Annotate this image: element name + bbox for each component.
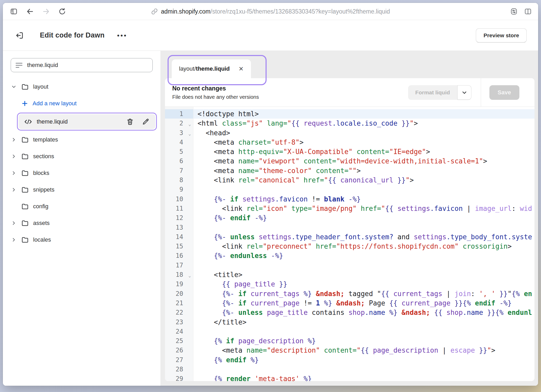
browser-toolbar: admin.shopify.com/store/rzq1xu-f5/themes…	[3, 3, 538, 20]
line-number: 17	[165, 261, 193, 270]
tab-bar: layout/theme.liquid ✕	[161, 51, 538, 78]
reload-icon[interactable]	[58, 7, 66, 16]
code-editor[interactable]: 12⌄3⌄456789101112131415161718⌄1920212223…	[165, 107, 534, 381]
line-number: 22	[165, 308, 193, 317]
item-label: templates	[33, 136, 58, 143]
line-number: 27	[165, 355, 193, 365]
folder-icon	[21, 219, 29, 227]
tab-theme-liquid[interactable]: layout/theme.liquid ✕	[172, 59, 251, 78]
sidebar-item-config[interactable]: config	[11, 198, 157, 215]
trash-icon[interactable]	[126, 118, 134, 126]
code-line[interactable]: <link rel="icon" type="image/png" href="…	[193, 204, 534, 213]
code-line[interactable]: <meta name="viewport" content="width=dev…	[193, 156, 534, 166]
exit-editor-icon[interactable]	[14, 30, 25, 41]
line-number: 5	[165, 147, 193, 156]
code-line[interactable]: <meta name="theme-color" content="">	[193, 166, 534, 175]
format-liquid-button[interactable]: Format liquid	[408, 85, 457, 100]
chevron-right-icon[interactable]	[11, 137, 17, 143]
line-number: 15	[165, 242, 193, 251]
folder-icon	[21, 236, 29, 244]
code-line[interactable]: {%- if current_tags %} &ndash; tagged "{…	[193, 289, 534, 298]
sidebar-item-layout[interactable]: layout	[11, 78, 157, 95]
code-line[interactable]	[193, 223, 534, 232]
link-icon	[151, 8, 158, 15]
code-line[interactable]: {%- if current_page != 1 %} &ndash; Page…	[193, 298, 534, 308]
sidebar-item-templates[interactable]: templates	[11, 131, 157, 148]
line-number: 20	[165, 289, 193, 298]
split-view-icon[interactable]	[524, 8, 532, 15]
address-bar[interactable]: admin.shopify.com/store/rzq1xu-f5/themes…	[151, 3, 390, 20]
code-line[interactable]: {% if page_description %}	[193, 336, 534, 346]
sidebar-item-snippets[interactable]: snippets	[11, 181, 157, 198]
desktop-background: admin.shopify.com/store/rzq1xu-f5/themes…	[0, 0, 541, 392]
code-line[interactable]: <!doctype html>	[193, 109, 534, 119]
code-line[interactable]: {%- unless page_title contains shop.name…	[193, 308, 534, 317]
forward-icon[interactable]	[42, 7, 50, 16]
fold-toggle-icon[interactable]: ⌄	[188, 129, 191, 138]
code-line[interactable]: {%- endif -%}	[193, 213, 534, 223]
file-search-box[interactable]	[11, 58, 153, 72]
line-number: 26	[165, 346, 193, 355]
save-button[interactable]: Save	[489, 85, 519, 100]
search-input[interactable]	[27, 62, 148, 69]
line-number: 3⌄	[165, 128, 193, 138]
fold-toggle-icon[interactable]: ⌄	[188, 271, 191, 280]
code-line[interactable]: <meta http-equiv="X-UA-Compatible" conte…	[193, 147, 534, 156]
sidebar-item-assets[interactable]: assets	[11, 215, 157, 231]
more-actions-button[interactable]: •••	[117, 34, 127, 37]
chevron-down-icon[interactable]	[11, 84, 17, 90]
item-label: config	[33, 203, 48, 210]
code-panel: No recent changes File does not have any…	[165, 78, 534, 381]
chevron-right-icon[interactable]	[11, 237, 17, 243]
code-line[interactable]: {% endif %}	[193, 355, 534, 365]
code-content[interactable]: <!doctype html><html class="js" lang="{{…	[193, 107, 534, 381]
code-line[interactable]	[193, 261, 534, 270]
chevron-right-icon[interactable]	[11, 187, 17, 193]
code-line[interactable]	[193, 365, 534, 374]
line-number: 13	[165, 223, 193, 232]
code-line[interactable]: <head>	[193, 128, 534, 138]
sidebar-item-theme.liquid[interactable]: theme.liquid	[19, 114, 155, 129]
line-number: 6	[165, 156, 193, 166]
code-line[interactable]: {%- unless settings.type_header_font.sys…	[193, 232, 534, 242]
folder-icon	[21, 152, 29, 160]
sidebar-item-locales[interactable]: locales	[11, 231, 157, 248]
code-line[interactable]	[193, 327, 534, 336]
item-label: layout	[33, 83, 48, 90]
chevron-right-icon[interactable]	[11, 153, 17, 160]
code-line[interactable]: {%- endunless -%}	[193, 251, 534, 260]
code-line[interactable]: <meta name="description" content="{{ pag…	[193, 346, 534, 355]
sidebar-item-blocks[interactable]: blocks	[11, 165, 157, 181]
format-options-dropdown[interactable]	[457, 85, 471, 100]
chevron-right-icon[interactable]	[11, 170, 17, 176]
code-line[interactable]	[193, 185, 534, 194]
preview-store-button[interactable]: Preview store	[476, 28, 527, 42]
code-line[interactable]: <html class="js" lang="{{ request.locale…	[193, 119, 534, 128]
back-icon[interactable]	[26, 7, 34, 16]
url-path: /store/rzq1xu-f5/themes/132683530345?key…	[211, 8, 390, 15]
fold-toggle-icon[interactable]: ⌄	[188, 119, 191, 129]
line-number: 28	[165, 365, 193, 374]
file-label: theme.liquid	[37, 118, 68, 125]
item-label: locales	[33, 236, 51, 243]
line-number: 21	[165, 298, 193, 308]
line-number: 1	[165, 109, 193, 119]
sidebar-item-sections[interactable]: sections	[11, 148, 157, 165]
code-line[interactable]: <link rel="preconnect" href="https://fon…	[193, 242, 534, 251]
pencil-icon[interactable]	[142, 118, 150, 126]
line-number: 14	[165, 232, 193, 242]
code-line[interactable]: </title>	[193, 317, 534, 327]
add-new-layout-button[interactable]: Add a new layout	[21, 95, 157, 112]
line-number: 24	[165, 327, 193, 336]
code-line[interactable]: {{ page_title }}	[193, 279, 534, 289]
code-line[interactable]: {%- if settings.favicon != blank -%}	[193, 194, 534, 204]
chevron-down-icon	[461, 89, 468, 96]
code-line[interactable]: {% render 'meta-tags' %}	[193, 374, 534, 381]
close-tab-icon[interactable]: ✕	[238, 66, 243, 72]
code-line[interactable]: <title>	[193, 270, 534, 279]
sidebar-toggle-icon[interactable]	[10, 7, 18, 16]
code-line[interactable]: <meta charset="utf-8">	[193, 138, 534, 147]
chevron-right-icon[interactable]	[11, 220, 17, 226]
code-line[interactable]: <link rel="canonical" href="{{ canonical…	[193, 175, 534, 185]
page-settings-icon[interactable]	[510, 8, 518, 15]
